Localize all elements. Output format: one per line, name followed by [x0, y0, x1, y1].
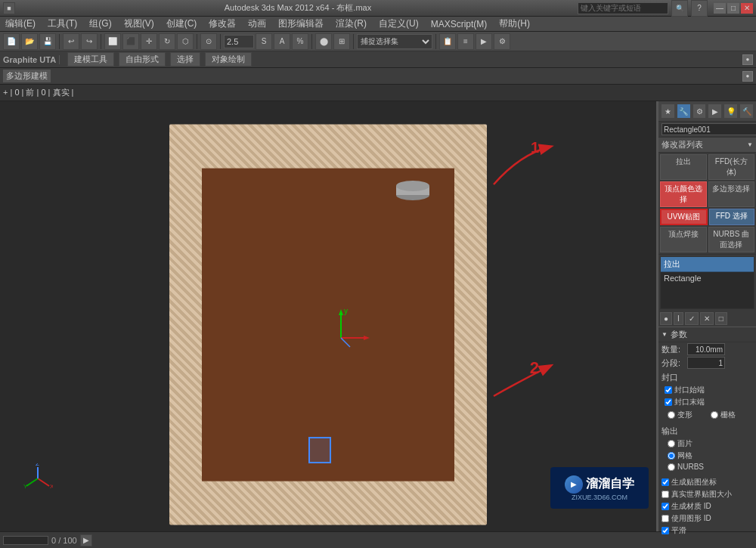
- morph-radio[interactable]: [668, 411, 675, 419]
- push-button[interactable]: 拉出: [660, 154, 707, 180]
- modify-icon active[interactable]: 🔧: [677, 104, 691, 119]
- rotate-button[interactable]: ↻: [159, 33, 175, 50]
- tab-modeling-tools[interactable]: 建模工具: [67, 52, 114, 67]
- use-pivot-button[interactable]: ⊙: [200, 33, 217, 50]
- tab-freeform[interactable]: 自由形式: [119, 52, 166, 67]
- align-button[interactable]: ⊞: [333, 33, 350, 50]
- watermark-url: ZIXUE.3D66.COM: [572, 494, 627, 501]
- segments-label: 分段:: [662, 358, 684, 369]
- minimize-button[interactable]: —: [714, 3, 726, 14]
- render-settings-button[interactable]: ⚙: [494, 33, 510, 50]
- menu-render[interactable]: 渲染(R): [333, 17, 369, 30]
- remove-modifier-button[interactable]: ✕: [700, 312, 714, 325]
- utilities-icon[interactable]: 🔨: [739, 104, 754, 119]
- ffd-select-button[interactable]: FFD 选择: [709, 209, 755, 225]
- create-icon[interactable]: ★: [661, 104, 675, 119]
- uvw-map-button[interactable]: UVW贴图: [660, 209, 708, 225]
- menu-graph-editor[interactable]: 图形编辑器: [276, 17, 326, 30]
- generate-map-coords-checkbox[interactable]: [662, 478, 669, 486]
- object-name-input[interactable]: [662, 123, 756, 135]
- amount-input[interactable]: [687, 343, 725, 355]
- show-end-result-button[interactable]: I: [674, 312, 683, 325]
- menu-group[interactable]: 组(G): [87, 17, 113, 30]
- vertex-weld-button[interactable]: 顶点焊接: [660, 227, 707, 252]
- face-radio[interactable]: [668, 440, 675, 447]
- annotation-arrow-2: [490, 358, 558, 404]
- maximize-button[interactable]: □: [727, 3, 739, 14]
- open-button[interactable]: 📂: [21, 33, 38, 50]
- viewport[interactable]: y X Y Z: [0, 101, 658, 531]
- menu-help[interactable]: 帮助(H): [497, 17, 532, 30]
- cap-end-label: 封口末端: [674, 397, 705, 407]
- menu-modifier[interactable]: 修改器: [206, 17, 238, 30]
- play-button[interactable]: ▶: [80, 534, 92, 546]
- select-region-button[interactable]: ⬛: [122, 33, 139, 50]
- help-icon[interactable]: ?: [691, 0, 708, 17]
- close-button[interactable]: ✕: [741, 3, 753, 14]
- use-shape-id-checkbox[interactable]: [662, 515, 669, 522]
- percent-snap[interactable]: %: [292, 33, 308, 50]
- real-world-map-checkbox[interactable]: [662, 491, 669, 498]
- cap-type-row: 变形 栅格: [662, 408, 753, 422]
- multi-shape-button[interactable]: 多边形选择: [708, 181, 755, 207]
- smooth-checkbox[interactable]: [662, 527, 669, 534]
- layer-manager[interactable]: 📋: [439, 33, 456, 50]
- hierarchy-icon[interactable]: ⚙: [692, 104, 707, 119]
- menu-view[interactable]: 视图(V): [122, 17, 156, 30]
- save-button[interactable]: 💾: [39, 33, 56, 50]
- nurbs-curve-button[interactable]: NURBS 曲面选择: [708, 227, 755, 252]
- pin-stack-button[interactable]: ●: [660, 312, 672, 325]
- mirror-button[interactable]: ⬤: [315, 33, 332, 50]
- snap-value-input[interactable]: [224, 35, 254, 48]
- tab-paint-deform[interactable]: 对象绘制: [205, 52, 252, 67]
- smooth-row: 平滑: [658, 525, 756, 537]
- configure-button[interactable]: □: [715, 312, 727, 325]
- snap-toggle[interactable]: S: [256, 33, 272, 50]
- make-unique-button[interactable]: ✓: [685, 312, 699, 325]
- stack-base-item[interactable]: Rectangle: [661, 272, 754, 284]
- separator5: [311, 34, 312, 49]
- viewport-canvas[interactable]: y X Y Z: [0, 101, 656, 531]
- generate-mat-id-checkbox[interactable]: [662, 503, 669, 510]
- display-icon[interactable]: 💡: [723, 104, 738, 119]
- move-button[interactable]: ✛: [141, 33, 157, 50]
- menu-tools[interactable]: 工具(T): [45, 17, 79, 30]
- menu-edit[interactable]: 编辑(E): [3, 17, 38, 30]
- motion-icon[interactable]: ▶: [708, 104, 722, 119]
- angle-snap[interactable]: A: [274, 33, 290, 50]
- panel-icon-row: ★ 🔧 ⚙ ▶ 💡 🔨: [658, 101, 756, 122]
- params-expand-icon[interactable]: ▼: [662, 331, 668, 338]
- toolbar-options-button[interactable]: ●: [742, 54, 753, 65]
- ffd-rect-button[interactable]: FFD(长方体): [708, 154, 755, 180]
- mesh-radio[interactable]: [668, 452, 675, 460]
- new-scene-button[interactable]: 📄: [3, 33, 20, 50]
- select-button[interactable]: ⬜: [104, 33, 121, 50]
- cap-start-checkbox[interactable]: [665, 386, 672, 394]
- vertex-color-select-button[interactable]: 顶点颜色选择: [660, 181, 707, 207]
- undo-button[interactable]: ↩: [63, 33, 79, 50]
- tab-select[interactable]: 选择: [170, 52, 200, 67]
- mesh-radio-row: 网格: [662, 450, 753, 462]
- modifier-dropdown-arrow[interactable]: ▼: [747, 141, 753, 148]
- nurbs-radio[interactable]: [668, 463, 675, 471]
- menu-maxscript[interactable]: MAXScript(M): [429, 19, 490, 29]
- sublevel-options-button[interactable]: ●: [742, 71, 753, 82]
- grid-radio[interactable]: [711, 411, 718, 419]
- svg-text:y: y: [344, 308, 348, 315]
- search-input[interactable]: [578, 2, 668, 14]
- menu-animation[interactable]: 动画: [246, 17, 268, 30]
- segments-input[interactable]: [687, 357, 725, 369]
- cap-end-checkbox[interactable]: [665, 398, 672, 406]
- menu-customize[interactable]: 自定义(U): [376, 17, 421, 30]
- scale-button[interactable]: ⬡: [177, 33, 194, 50]
- svg-marker-7: [364, 336, 370, 340]
- stack-active-item[interactable]: 拉出: [661, 257, 754, 272]
- graphite-toolbar: Graphite UTA 建模工具 自由形式 选择 对象绘制 ●: [0, 51, 756, 68]
- separator7: [435, 34, 436, 49]
- redo-button[interactable]: ↪: [81, 33, 98, 50]
- selection-filter-dropdown[interactable]: 捕捉选择集: [357, 34, 432, 49]
- render-button[interactable]: ▶: [476, 33, 492, 50]
- ribbon-button[interactable]: ≡: [457, 33, 474, 50]
- menu-create[interactable]: 创建(C): [164, 17, 200, 30]
- search-icon[interactable]: 🔍: [671, 0, 688, 17]
